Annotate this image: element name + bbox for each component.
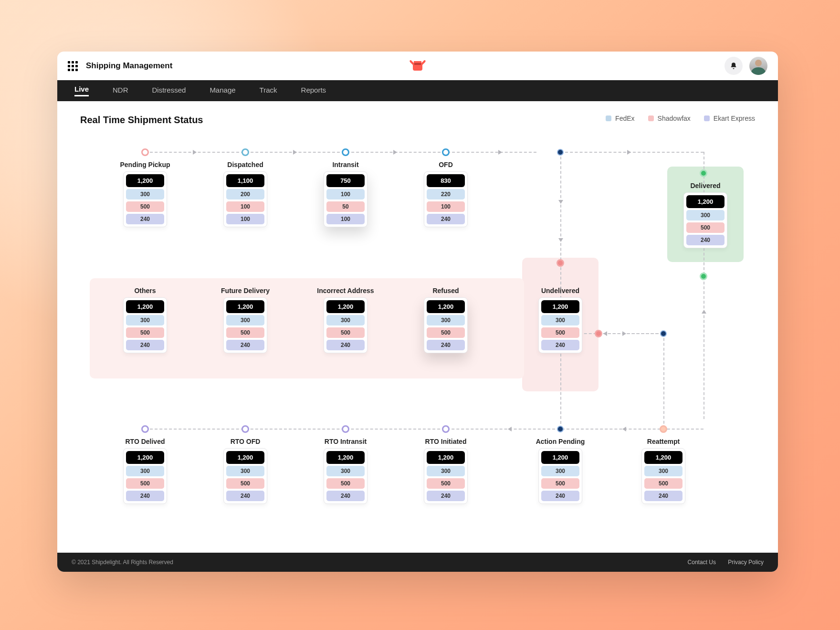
card-others[interactable]: 1,200 300 500 240 — [123, 297, 167, 353]
legend-fedex: FedEx — [606, 115, 634, 122]
card-rtoint[interactable]: 1,200 300 500 240 — [324, 448, 368, 504]
node-dispatched — [242, 148, 249, 156]
node-delivered-top — [700, 169, 707, 177]
card-ofd[interactable]: 830 220 100 240 — [424, 171, 468, 227]
node-delivered-bottom — [700, 273, 707, 280]
arrow-icon — [393, 150, 397, 155]
chip-fedex: 300 — [126, 189, 164, 200]
arrow-icon — [622, 331, 626, 336]
arrow-icon — [293, 150, 297, 155]
card-incorrect[interactable]: 1,200 300 500 240 — [324, 297, 368, 353]
connector — [560, 152, 704, 153]
label-future: Future Delivery — [221, 287, 270, 294]
arrow-icon — [627, 150, 631, 155]
node-pending — [141, 148, 149, 156]
label-incorrect: Incorrect Address — [317, 287, 374, 294]
card-rtodel[interactable]: 1,200 300 500 240 — [123, 448, 167, 504]
node-rto-ofd — [242, 425, 249, 433]
node-rto-delivered — [141, 425, 149, 433]
connector — [663, 333, 664, 429]
card-future[interactable]: 1,200 300 500 240 — [223, 297, 267, 353]
chip-shadowfax: 500 — [126, 201, 164, 212]
apps-menu-icon[interactable] — [68, 61, 77, 71]
arrow-icon — [558, 238, 563, 242]
label-refused: Refused — [432, 287, 459, 294]
brand-logo-icon — [407, 58, 428, 74]
arrow-icon — [193, 150, 197, 155]
bell-icon — [730, 62, 737, 70]
label-reattempt: Reattempt — [647, 438, 680, 445]
node-undelivered-side — [595, 330, 602, 337]
flow-diagram: Pending Pickup 1,200 300 500 240 Dispatc… — [80, 145, 755, 507]
nav-track[interactable]: Track — [260, 86, 277, 96]
label-action: Action Pending — [536, 438, 585, 445]
nav-distressed[interactable]: Distressed — [152, 86, 186, 96]
node-ofd — [442, 148, 450, 156]
label-undelivered: Undelivered — [541, 287, 579, 294]
legend-swatch-ekart — [704, 116, 710, 121]
card-undelivered[interactable]: 1,200 300 500 240 — [538, 297, 582, 353]
footer-copyright: © 2021 Shipdelight. All Rights Reserved — [72, 559, 173, 566]
node-intransit — [342, 148, 349, 156]
label-delivered: Delivered — [690, 182, 720, 189]
arrow-icon — [558, 200, 563, 204]
node-gateway-mid — [659, 329, 668, 338]
card-dispatched[interactable]: 1,100 200 100 100 — [223, 171, 267, 227]
card-delivered[interactable]: 1,200 300 500 240 — [683, 192, 727, 248]
node-undelivered-top — [556, 259, 564, 267]
legend-swatch-fedex — [606, 116, 611, 121]
node-rto-initiated — [442, 425, 450, 433]
connector — [145, 152, 536, 153]
card-reattempt[interactable]: 1,200 300 500 240 — [641, 448, 685, 504]
arrow-icon — [508, 427, 512, 431]
footer: © 2021 Shipdelight. All Rights Reserved … — [57, 553, 778, 572]
card-pending[interactable]: 1,200 300 500 240 — [123, 171, 167, 227]
label-rtoinit: RTO Initiated — [425, 438, 467, 445]
label-intransit: Intransit — [332, 161, 358, 168]
total-pending: 1,200 — [126, 174, 164, 187]
card-refused[interactable]: 1,200 300 500 240 — [424, 297, 468, 353]
connector — [704, 152, 704, 419]
arrow-icon — [702, 310, 706, 314]
label-rtodel: RTO Delived — [126, 438, 165, 445]
footer-privacy-link[interactable]: Privacy Policy — [728, 559, 764, 566]
connector — [598, 333, 663, 334]
main-nav: Live NDR Distressed Manage Track Reports — [57, 80, 778, 101]
svg-rect-0 — [414, 63, 421, 65]
nav-manage[interactable]: Manage — [210, 86, 235, 96]
footer-contact-link[interactable]: Contact Us — [688, 559, 716, 566]
user-avatar[interactable] — [749, 57, 767, 75]
card-rtoofd[interactable]: 1,200 300 500 240 — [223, 448, 267, 504]
nav-reports[interactable]: Reports — [301, 86, 326, 96]
label-others: Others — [134, 287, 156, 294]
label-rtoint: RTO Intransit — [325, 438, 367, 445]
label-pending: Pending Pickup — [120, 161, 170, 168]
nav-live[interactable]: Live — [74, 85, 89, 96]
arrow-icon — [603, 331, 607, 336]
legend-shadowfax: Shadowfax — [648, 115, 691, 122]
app-window: Shipping Management Live NDR Distressed … — [57, 52, 778, 572]
node-gateway-bottom — [556, 424, 565, 434]
card-intransit[interactable]: 750 100 50 100 — [324, 171, 368, 227]
arrow-icon — [498, 150, 502, 155]
label-rtoofd: RTO OFD — [231, 438, 261, 445]
connector — [145, 429, 704, 430]
nav-ndr[interactable]: NDR — [113, 86, 128, 96]
label-dispatched: Dispatched — [227, 161, 263, 168]
node-rto-intransit — [342, 425, 349, 433]
arrow-icon — [622, 427, 626, 431]
card-rtoinit[interactable]: 1,200 300 500 240 — [424, 448, 468, 504]
legend: FedEx Shadowfax Ekart Express — [606, 115, 755, 122]
chip-ekart: 240 — [126, 214, 164, 224]
app-title: Shipping Management — [86, 61, 172, 71]
legend-ekart: Ekart Express — [704, 115, 755, 122]
label-ofd: OFD — [439, 161, 453, 168]
legend-swatch-shadowfax — [648, 116, 654, 121]
notifications-button[interactable] — [724, 57, 743, 75]
topbar: Shipping Management — [57, 52, 778, 80]
content-area: Real Time Shipment Status FedEx Shadowfa… — [57, 101, 778, 553]
node-gateway-top — [556, 147, 565, 157]
node-reattempt — [660, 425, 667, 433]
card-action[interactable]: 1,200 300 500 240 — [538, 448, 582, 504]
